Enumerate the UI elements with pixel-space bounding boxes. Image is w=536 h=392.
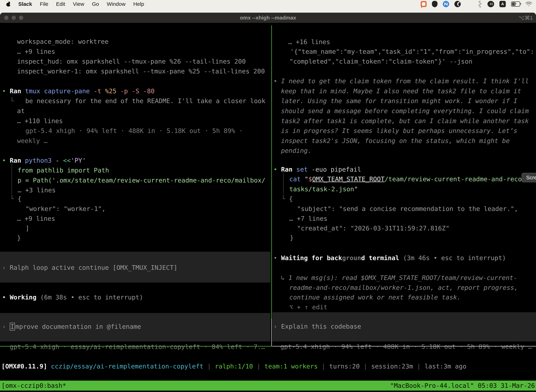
app-menu-items: SlackFileEditViewGoWindowHelp — [18, 0, 144, 8]
terminal-row: keep that in mind. Maybe I also need the… — [281, 86, 521, 96]
terminal-row: ] — [25, 223, 29, 233]
squiggle-icon[interactable] — [478, 0, 482, 8]
terminal-row: from pathlib import Path — [18, 165, 109, 175]
terminal-row: readme-and-reco/mailbox/worker-1.json, a… — [289, 283, 518, 293]
terminal-row: • Ran python3 - <<'PY' — [2, 156, 86, 165]
terminal-row: "worker": "worker-1", — [25, 204, 105, 214]
menu-item-go[interactable]: Go — [92, 0, 99, 8]
terminal-row: … +3 lines — [18, 185, 56, 195]
terminal-row: inspect_hud: omx sparkshell --tmux-pane … — [17, 56, 246, 66]
terminal-row: cat "$OMX_TEAM_STATE_ROOT/team/review-cu… — [289, 174, 526, 184]
blue-badge-icon[interactable] — [443, 1, 449, 7]
window-shortcut-hint: ⌥⌘1 — [519, 15, 533, 21]
terminal-row: gpt-5.4 xhigh · 94% left · 488K in · 5.1… — [25, 126, 243, 136]
terminal-row: › Ralph loop active continue [OMX_TMUX_I… — [2, 263, 177, 273]
keyboard-layout-icon[interactable]: A — [499, 1, 506, 7]
terminal-row: └ be necessary for the end of the README… — [10, 96, 265, 106]
terminal-row: › Improve documentation in @filename — [2, 322, 141, 331]
terminal-row: … +110 lines — [17, 116, 63, 126]
pane-divider-inactive[interactable] — [271, 319, 272, 346]
terminal-row: • Waiting for background terminal (3m 46… — [273, 253, 506, 263]
menu-item-slack[interactable]: Slack — [18, 0, 32, 8]
battery-charging-icon[interactable] — [511, 1, 520, 7]
terminal-row: "completed","claim_token":"claim-token"}… — [289, 56, 472, 66]
menu-item-edit[interactable]: Edit — [56, 0, 65, 8]
menu-item-view[interactable]: View — [73, 0, 84, 8]
terminal-row: should send a message before completing … — [281, 106, 529, 116]
tmux-host-clock: "MacBook-Pro-44.local" 05:03 31-Mar-26 — [390, 381, 536, 391]
terminal-row: … +16 lines — [288, 37, 330, 47]
terminal-row: … +9 lines — [17, 47, 55, 56]
terminal-row: ↳ 1 new msg(s): read $OMX_TEAM_STATE_ROO… — [281, 273, 517, 283]
terminal-window: omx --xhigh --madmax ⌥⌘1 workspace_mode:… — [0, 13, 536, 392]
screenshot-toast[interactable]: Scre — [522, 173, 536, 182]
terminal-row: p = Path('.omx/state/team/review-current… — [18, 175, 265, 185]
terminal-row: workspace_mode: worktree — [17, 37, 109, 47]
terminal-row: inspect_worker-1: omx sparkshell --tmux-… — [17, 66, 265, 76]
terminal-row: "subject": "send a concise recommendatio… — [297, 204, 518, 214]
badge-61-icon[interactable]: ..61 — [488, 1, 494, 7]
menu-bar: SlackFileEditViewGoWindowHelp ..61 A — [0, 0, 536, 8]
terminal-row: └ { — [281, 194, 293, 204]
screen: { "menu_bar": { "app_menus": ["Slack", "… — [0, 0, 536, 392]
menu-item-window[interactable]: Window — [107, 0, 125, 8]
terminal-row: … +9 lines — [17, 214, 55, 224]
terminal-row: } — [17, 233, 21, 243]
block-connector — [12, 163, 12, 194]
dark-pie-icon[interactable] — [455, 1, 461, 7]
terminal-row: • Ran tmux capture-pane -t %25 -p -S -80 — [2, 86, 155, 96]
terminal-row: } — [290, 233, 294, 243]
menu-bar-status-icons: ..61 A — [421, 0, 536, 8]
dots-grid-icon[interactable] — [466, 1, 472, 7]
menu-item-help[interactable]: Help — [133, 0, 144, 8]
terminal-row: weekly … — [17, 136, 48, 146]
block-connector — [283, 173, 283, 194]
terminal-row: gpt-5.4 xhigh · essay/ai-reimplementatio… — [10, 342, 265, 352]
terminal-row: … +7 lines — [289, 214, 327, 224]
chat-app-icon[interactable] — [421, 1, 427, 7]
menu-item-file[interactable]: File — [40, 0, 48, 8]
terminal-content: workspace_mode: worktree… +9 linesinspec… — [0, 23, 536, 392]
pane-bottom-border-inactive — [273, 346, 536, 346]
terminal-row: [OMX#0.11.9] cczip/essay/ai-reimplementa… — [1, 361, 466, 371]
window-title: omx --xhigh --madmax — [0, 15, 536, 21]
terminal-row: › Explain this codebase — [273, 322, 361, 331]
tmux-session-name: [omx-cczip0:bash* — [0, 381, 66, 391]
wifi-icon[interactable] — [526, 1, 532, 7]
terminal-row: continue assigned work or next feasible … — [289, 292, 461, 302]
terminal-row: "created_at": "2026-03-31T11:59:27.816Z" — [297, 223, 450, 233]
window-titlebar[interactable]: omx --xhigh --madmax ⌥⌘1 — [0, 13, 536, 23]
terminal-row: • I need to get the claim token from the… — [273, 76, 529, 86]
terminal-row: is in progress? It seems likely but perh… — [281, 126, 517, 136]
terminal-row: gpt-5.4 xhigh · 94% left · 488K in · 5.1… — [280, 342, 532, 352]
terminal-row: later. Using the same for transition mig… — [281, 96, 517, 106]
terminal-row: └ { — [10, 194, 21, 204]
terminal-row: pending. — [281, 146, 311, 156]
tmux-status-bar: [omx-cczip0:bash* "MacBook-Pro-44.local"… — [0, 381, 536, 391]
terminal-row: '{"team_name":"my-team","task_id":"1","f… — [290, 47, 534, 56]
terminal-row: at — [17, 106, 25, 116]
terminal-row: task2 after task1 is complete, but can I… — [281, 116, 529, 126]
pane-divider-active[interactable] — [271, 25, 272, 319]
terminal-row: inspect task2's JSON, focusing on the st… — [281, 136, 510, 146]
screenshot-toast-label: Scre — [526, 175, 536, 181]
terminal-row: ⌥ + ↑ edit — [289, 302, 327, 312]
terminal-row: tasks/task-2.json" — [289, 184, 358, 194]
terminal-row: • Working (6m 38s • esc to interrupt) — [2, 292, 143, 302]
apple-menu-icon[interactable] — [6, 2, 10, 6]
pane-bottom-border-active — [0, 346, 273, 346]
shield-grid-icon[interactable] — [432, 1, 438, 7]
terminal-row: • Ran set -euo pipefail — [273, 165, 361, 174]
menu-bar-left: SlackFileEditViewGoWindowHelp — [0, 0, 144, 8]
